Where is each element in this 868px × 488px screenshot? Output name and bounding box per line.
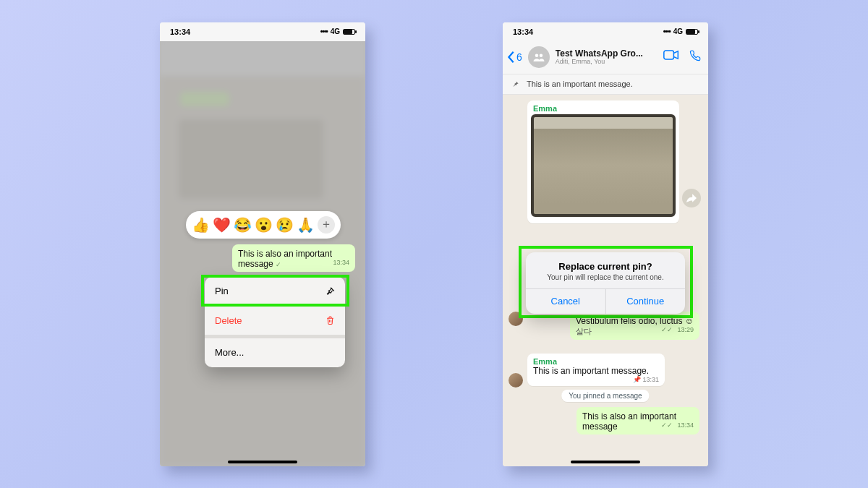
home-indicator — [571, 461, 640, 463]
battery-icon — [686, 29, 698, 35]
reaction-more-icon[interactable]: ＋ — [318, 216, 335, 234]
selected-message-time: 13:34 — [333, 259, 349, 266]
outgoing-lorem-time: 13:29 — [677, 326, 694, 333]
svg-point-0 — [535, 54, 539, 58]
group-avatar-icon[interactable] — [528, 46, 550, 68]
reaction-pray-icon[interactable]: 🙏 — [297, 216, 315, 234]
dialog-body: Your pin will replace the current one. — [535, 273, 676, 281]
network-label: 4G — [331, 27, 340, 35]
message-context-menu: Pin Delete More... — [205, 277, 345, 367]
menu-item-pin-label: Pin — [215, 286, 229, 296]
signal-icon — [320, 27, 328, 35]
menu-item-delete[interactable]: Delete — [205, 306, 345, 335]
read-ticks-icon: ✓✓ — [661, 326, 673, 333]
nav-actions — [663, 50, 704, 64]
replace-pin-dialog: Replace current pin? Your pin will repla… — [526, 252, 685, 314]
selected-message-bubble: This is also an important message 13:34 … — [232, 244, 355, 272]
pin-icon — [325, 286, 335, 296]
back-button[interactable]: 6 — [507, 51, 522, 64]
outgoing-lorem-extra: 살다 — [576, 327, 592, 335]
dialog-continue-button[interactable]: Continue — [605, 289, 686, 314]
voice-call-icon[interactable] — [689, 50, 701, 64]
selected-message-text: This is also an important message — [238, 249, 332, 269]
left-body: 👍 ❤️ 😂 😮 😢 🙏 ＋ This is also an important… — [160, 22, 365, 466]
status-bar: 13:34 4G — [160, 22, 365, 41]
status-bar: 13:34 4G — [503, 22, 708, 41]
chat-title-area[interactable]: Test WhatsApp Gro... Aditi, Emma, You — [556, 49, 660, 65]
outgoing-message-lorem[interactable]: Vestibulum felis odio, luctus ☺ 살다 13:29… — [570, 312, 699, 340]
outgoing-lorem-text: Vestibulum felis odio, luctus ☺ — [576, 316, 694, 326]
sender-avatar — [509, 373, 523, 388]
sender-avatar — [509, 312, 523, 326]
phone-screenshot-right: 13:34 4G 6 Test WhatsApp Gro... Aditi, E… — [503, 22, 708, 466]
battery-icon — [343, 29, 355, 35]
forward-button[interactable] — [682, 189, 701, 207]
reaction-sad-icon[interactable]: 😢 — [276, 216, 294, 234]
chat-title: Test WhatsApp Gro... — [556, 49, 660, 59]
svg-point-1 — [540, 54, 543, 58]
incoming-image-sender: Emma — [533, 104, 676, 113]
system-message-text: You pinned a message — [569, 392, 642, 400]
back-unread-count: 6 — [516, 51, 522, 63]
incoming-text: This is an important message. — [533, 366, 649, 376]
dialog-title: Replace current pin? — [535, 261, 676, 272]
pinned-message-banner[interactable]: This is an important message. — [503, 74, 708, 95]
chat-navbar: 6 Test WhatsApp Gro... Aditi, Emma, You — [503, 41, 708, 74]
phone-screenshot-left: 13:34 4G 👍 ❤️ 😂 😮 😢 🙏 ＋ This is also an … — [160, 22, 365, 466]
menu-item-pin[interactable]: Pin — [205, 277, 345, 306]
outgoing-also-important[interactable]: This is also an important message 13:34 … — [576, 407, 699, 435]
chevron-left-icon — [507, 51, 516, 64]
home-indicator — [228, 461, 297, 463]
menu-item-more[interactable]: More... — [205, 338, 345, 367]
video-call-icon[interactable] — [663, 50, 679, 64]
network-label: 4G — [673, 27, 683, 35]
menu-item-more-label: More... — [215, 347, 244, 358]
read-ticks-icon: ✓✓ — [661, 421, 673, 429]
chat-subtitle: Aditi, Emma, You — [556, 59, 660, 65]
pin-icon — [511, 80, 519, 88]
dialog-cancel-label: Cancel — [551, 296, 580, 307]
dialog-continue-label: Continue — [626, 296, 664, 307]
outgoing-also-time: 13:34 — [677, 421, 694, 429]
reaction-picker[interactable]: 👍 ❤️ 😂 😮 😢 🙏 ＋ — [186, 211, 341, 239]
trash-icon — [326, 315, 335, 325]
reaction-heart-icon[interactable]: ❤️ — [213, 216, 231, 234]
sent-tick-icon: ✓ — [276, 261, 281, 268]
reaction-laugh-icon[interactable]: 😂 — [234, 216, 252, 234]
incoming-image-message[interactable]: Emma — [527, 100, 679, 223]
status-right: 4G — [320, 27, 355, 35]
menu-item-delete-label: Delete — [215, 315, 242, 326]
signal-icon — [663, 27, 671, 35]
dialog-cancel-button[interactable]: Cancel — [526, 289, 605, 314]
status-right: 4G — [663, 27, 698, 35]
pinned-banner-text: This is an important message. — [527, 80, 633, 88]
reaction-thumbs-up-icon[interactable]: 👍 — [192, 216, 210, 234]
incoming-sender: Emma — [533, 357, 659, 366]
status-time: 13:34 — [170, 27, 190, 36]
system-message-chip: You pinned a message — [561, 390, 649, 402]
incoming-important-message[interactable]: Emma This is an important message. 📌 13:… — [527, 354, 665, 386]
status-time: 13:34 — [513, 27, 533, 36]
reaction-wow-icon[interactable]: 😮 — [255, 216, 273, 234]
svg-rect-2 — [664, 51, 674, 59]
incoming-time: 📌 13:31 — [633, 376, 659, 383]
image-attachment[interactable] — [531, 114, 676, 217]
